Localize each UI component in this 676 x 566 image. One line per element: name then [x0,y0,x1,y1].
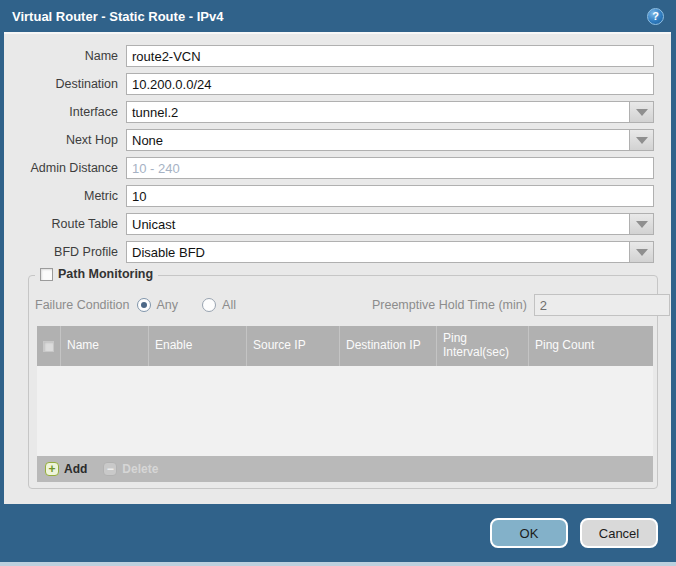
column-header-name: Name [61,326,149,366]
path-monitoring-legend: Path Monitoring [35,267,158,281]
radio-option-all[interactable]: All [202,298,236,312]
radio-any-icon[interactable] [137,298,151,312]
add-button[interactable]: + Add [45,462,87,476]
column-header-ping-count: Ping Count [529,326,653,366]
admin-distance-input[interactable] [126,157,654,179]
cancel-button[interactable]: Cancel [580,518,658,548]
dialog-title: Virtual Router - Static Route - IPv4 [12,9,223,24]
metric-input[interactable] [126,185,654,207]
path-monitoring-checkbox[interactable] [40,268,53,281]
form-row-route-table: Route Table Unicast [4,213,671,235]
static-route-dialog: Virtual Router - Static Route - IPv4 ? N… [0,0,676,566]
add-button-label: Add [64,462,87,476]
chevron-down-icon[interactable] [629,102,653,122]
name-input[interactable] [126,45,654,67]
interface-dropdown[interactable]: tunnel.2 [126,101,654,123]
failure-condition-row: Failure Condition Any All Preemptive Hol… [35,294,651,316]
dialog-title-bar: Virtual Router - Static Route - IPv4 ? [0,0,676,32]
interface-label: Interface [4,105,126,119]
plus-icon: + [45,462,59,476]
column-header-source-ip: Source IP [247,326,340,366]
admin-distance-label: Admin Distance [4,161,126,175]
form-row-admin-distance: Admin Distance [4,157,671,179]
table-body-empty [37,366,653,456]
form-row-next-hop: Next Hop None [4,129,671,151]
form-row-bfd-profile: BFD Profile Disable BFD [4,241,671,263]
path-monitoring-section: Path Monitoring Failure Condition Any Al… [28,275,658,489]
radio-any-label: Any [157,298,179,312]
radio-all-icon[interactable] [202,298,216,312]
select-all-cell [37,326,61,366]
chevron-down-icon[interactable] [629,214,653,234]
select-all-checkbox[interactable] [43,341,54,352]
dialog-footer: OK Cancel [0,504,676,566]
bfd-profile-label: BFD Profile [4,245,126,259]
form-row-interface: Interface tunnel.2 [4,101,671,123]
radio-option-any[interactable]: Any [137,298,179,312]
chevron-down-icon[interactable] [629,130,653,150]
metric-label: Metric [4,189,126,203]
path-monitoring-label: Path Monitoring [58,267,153,281]
next-hop-dropdown[interactable]: None [126,129,654,151]
destination-input[interactable] [126,73,654,95]
table-header-row: Name Enable Source IP Destination IP Pin… [37,326,653,366]
form-row-metric: Metric [4,185,671,207]
route-table-label: Route Table [4,217,126,231]
form-row-destination: Destination [4,73,671,95]
route-table-value: Unicast [132,217,175,232]
preemptive-hold-label: Preemptive Hold Time (min) [372,298,534,312]
preemptive-hold-input[interactable] [534,294,670,316]
column-header-enable: Enable [149,326,247,366]
minus-icon: − [103,462,117,476]
radio-all-label: All [222,298,236,312]
next-hop-label: Next Hop [4,133,126,147]
column-header-ping-interval: Ping Interval(sec) [437,326,529,366]
name-label: Name [4,49,126,63]
destination-label: Destination [4,77,126,91]
path-monitoring-table: Name Enable Source IP Destination IP Pin… [37,326,653,482]
chevron-down-icon[interactable] [629,242,653,262]
route-table-dropdown[interactable]: Unicast [126,213,654,235]
failure-condition-label: Failure Condition [35,298,137,312]
delete-button[interactable]: − Delete [103,462,158,476]
ok-button[interactable]: OK [490,518,568,548]
bfd-profile-dropdown[interactable]: Disable BFD [126,241,654,263]
interface-value: tunnel.2 [132,105,178,120]
table-toolbar: + Add − Delete [37,456,653,482]
help-icon[interactable]: ? [647,8,664,25]
next-hop-value: None [132,133,163,148]
delete-button-label: Delete [122,462,158,476]
column-header-destination-ip: Destination IP [340,326,437,366]
bfd-profile-value: Disable BFD [132,245,205,260]
dialog-body: Name Destination Interface tunnel.2 Next… [4,32,671,504]
form-row-name: Name [4,45,671,67]
